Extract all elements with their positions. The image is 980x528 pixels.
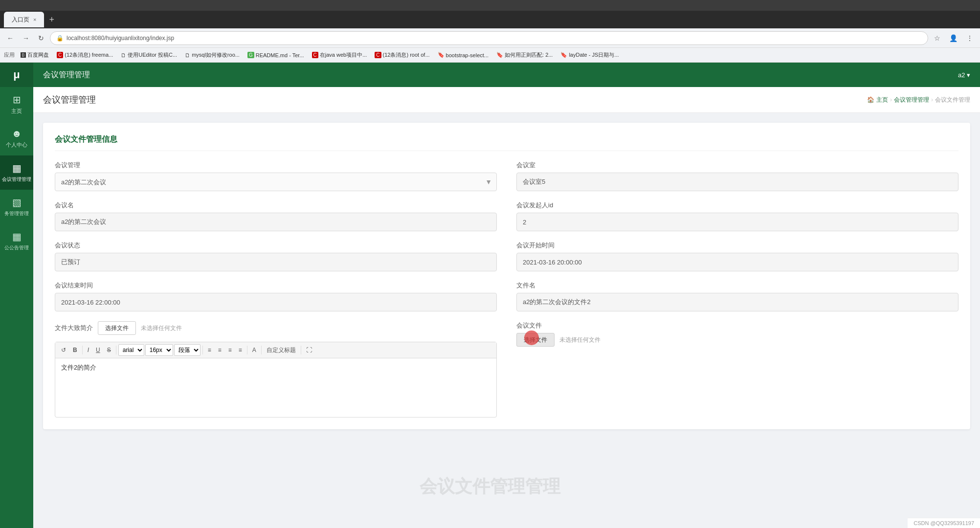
bookmark-label: (12条消息) root of...: [383, 51, 430, 59]
bookmark-bootstrap[interactable]: 🔖 bootstrap-select...: [436, 51, 490, 59]
sidebar-item-meeting[interactable]: ▦ 会议管理管理: [0, 155, 33, 190]
bookmark-icon: 🗋: [185, 52, 190, 58]
meeting-initiator-input[interactable]: [516, 213, 958, 231]
bookmarks-label: 应用: [4, 51, 15, 59]
meeting-start-time-label: 会议开始时间: [516, 241, 958, 250]
file-name-input[interactable]: [516, 293, 958, 311]
bookmark-label: 使用UEditor 投稿C...: [128, 51, 177, 59]
meeting-initiator-label: 会议发起人id: [516, 201, 958, 210]
file-intro-no-file-text: 未选择任何文件: [141, 324, 182, 332]
toolbar-strikethrough-button[interactable]: S: [104, 344, 114, 356]
toolbar-align-justify-button[interactable]: ≡: [236, 344, 245, 356]
breadcrumb-home-icon: 🏠: [867, 96, 874, 103]
bookmark-mysql[interactable]: 🗋 mysql如何修改roo...: [183, 50, 242, 60]
forward-button[interactable]: →: [20, 32, 32, 44]
toolbar-paragraph-select[interactable]: 段落: [174, 344, 200, 356]
meeting-start-time-group: 会议开始时间: [516, 241, 958, 271]
bookmark-icon: C: [375, 52, 381, 58]
toolbar-custom-heading-button[interactable]: 自定义标题: [264, 344, 299, 356]
refresh-button[interactable]: ↻: [35, 32, 47, 44]
meeting-file-label: 会议文件: [516, 321, 958, 330]
new-tab-button[interactable]: +: [46, 13, 57, 27]
bookmark-freema[interactable]: C (12条消息) freema...: [55, 50, 115, 60]
user-account-icon[interactable]: 👤: [946, 32, 960, 44]
content-area: 会议文件管理信息 会议管理 a2的第二次会议 ▼: [33, 113, 980, 439]
app-header-title: 会议管理管理: [43, 70, 90, 80]
file-intro-header: 文件大致简介 选择文件 未选择任何文件: [55, 321, 497, 335]
toolbar-italic-button[interactable]: I: [85, 344, 92, 356]
bookmark-icon: G: [247, 52, 254, 58]
bookmark-java[interactable]: C 在java web项目中...: [310, 50, 369, 60]
bookmark-label: 在java web项目中...: [320, 51, 367, 59]
toolbar-color-button[interactable]: A: [249, 344, 259, 356]
meeting-management-select-wrapper: a2的第二次会议 ▼: [55, 173, 497, 191]
meeting-room-input[interactable]: [516, 173, 958, 191]
bookmark-icon: 🗋: [121, 52, 126, 58]
menu-icon[interactable]: ⋮: [963, 32, 976, 44]
file-intro-label: 文件大致简介: [55, 324, 93, 332]
bookmark-readme[interactable]: G README.md - Ter...: [245, 51, 306, 59]
bookmark-laydate[interactable]: 🔖 layDate - JS日期与...: [558, 50, 621, 60]
strikethrough-icon: S: [107, 347, 111, 353]
toolbar-align-center-button[interactable]: ≡: [215, 344, 224, 356]
toolbar-align-right-button[interactable]: ≡: [225, 344, 235, 356]
breadcrumb-sep1: ›: [890, 96, 892, 103]
toolbar-sep1: [82, 346, 83, 354]
toolbar-undo-button[interactable]: ↺: [58, 344, 69, 356]
meeting-end-time-label: 会议结束时间: [55, 281, 497, 290]
meeting-room-group: 会议室: [516, 161, 958, 191]
bookmark-label: 如何用正则匹配: 2...: [505, 51, 553, 59]
breadcrumb: 🏠 主页 › 会议管理管理 › 会议文件管理: [867, 96, 970, 104]
toolbar-sep4: [247, 346, 247, 354]
meeting-management-group: 会议管理 a2的第二次会议 ▼: [55, 161, 497, 191]
meeting-name-group: 会议名: [55, 201, 497, 231]
sidebar-item-home[interactable]: ⊞ 主页: [0, 87, 33, 121]
back-button[interactable]: ←: [4, 32, 17, 44]
bookmark-baidu[interactable]: 🅱 百度网盘: [19, 50, 51, 60]
bottom-bar: CSDN @QQ3295391197: [908, 518, 980, 528]
bookmark-regex[interactable]: 🔖 如何用正则匹配: 2...: [494, 50, 555, 60]
toolbar-underline-button[interactable]: U: [93, 344, 103, 356]
meeting-name-label: 会议名: [55, 201, 497, 210]
editor-content-area[interactable]: 文件2的简介: [55, 358, 496, 417]
toolbar-font-size-select[interactable]: 16px: [145, 344, 173, 356]
meeting-status-input[interactable]: [55, 253, 497, 271]
bookmark-star-icon[interactable]: ☆: [931, 32, 943, 44]
toolbar-font-family-select[interactable]: arial: [118, 344, 144, 356]
user-area[interactable]: a2 ▾: [958, 71, 970, 79]
toolbar-fullscreen-button[interactable]: ⛶: [303, 344, 315, 356]
address-bar[interactable]: 🔒 localhost:8080/huiyiguanlixitong/index…: [50, 31, 928, 45]
meeting-initiator-group: 会议发起人id: [516, 201, 958, 231]
bookmark-label: layDate - JS日期与...: [569, 51, 619, 59]
bookmark-root[interactable]: C (12条消息) root of...: [373, 50, 431, 60]
sidebar-item-service[interactable]: ▧ 务管理管理: [0, 190, 33, 224]
tab-close-icon[interactable]: ×: [33, 17, 36, 22]
file-intro-choose-button[interactable]: 选择文件: [98, 321, 136, 335]
toolbar-sep6: [301, 346, 301, 354]
meeting-end-time-input[interactable]: [55, 293, 497, 311]
sidebar-label-service: 务管理管理: [4, 210, 29, 217]
meeting-file-no-file-text: 未选择任何文件: [559, 336, 601, 344]
page-header: 会议管理管理 🏠 主页 › 会议管理管理 › 会议文件管理: [33, 87, 980, 113]
meeting-file-choose-button[interactable]: 选择文件: [516, 333, 555, 347]
browser-tab[interactable]: 入口页 ×: [4, 12, 44, 27]
bookmark-label: README.md - Ter...: [256, 52, 304, 58]
meeting-file-group: 会议文件 选择文件 未选择任何文件: [516, 321, 958, 418]
sidebar-item-profile[interactable]: ☻ 个人中心: [0, 121, 33, 155]
bookmark-icon: 🅱: [21, 52, 26, 58]
bookmark-icon: C: [57, 52, 63, 58]
breadcrumb-level1-link[interactable]: 会议管理管理: [894, 96, 929, 104]
toolbar-bold-button[interactable]: B: [70, 344, 80, 356]
home-icon: ⊞: [13, 94, 21, 106]
sidebar-item-notice[interactable]: ▦ 公公告管理: [0, 224, 33, 258]
breadcrumb-home-link[interactable]: 主页: [876, 96, 888, 104]
toolbar-sep2: [116, 346, 116, 354]
meeting-name-input[interactable]: [55, 213, 497, 231]
meeting-start-time-input[interactable]: [516, 253, 958, 271]
bookmark-ueditor[interactable]: 🗋 使用UEditor 投稿C...: [119, 50, 179, 60]
meeting-management-select[interactable]: a2的第二次会议: [55, 173, 497, 191]
file-name-group: 文件名: [516, 281, 958, 311]
toolbar-align-left-button[interactable]: ≡: [205, 344, 214, 356]
editor-toolbar: ↺ B I U S arial: [55, 342, 496, 358]
bookmark-icon: C: [312, 52, 318, 58]
